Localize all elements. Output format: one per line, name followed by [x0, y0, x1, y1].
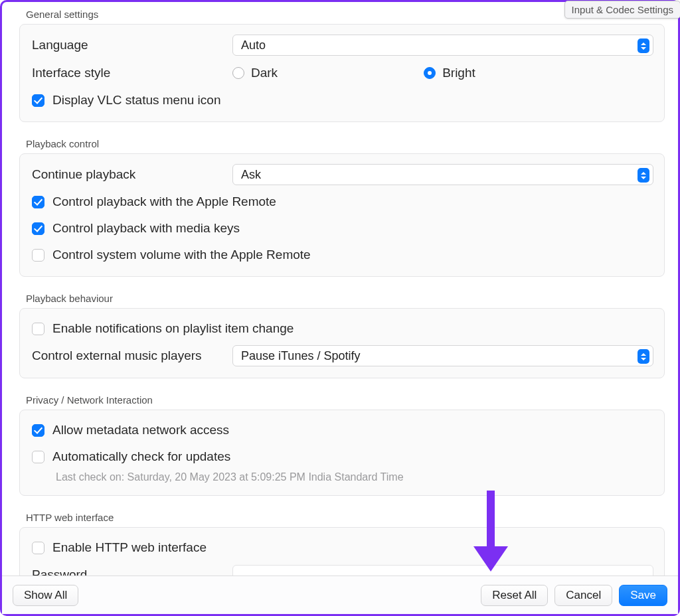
http-enable-label: Enable HTTP web interface [52, 540, 207, 555]
panel-http: Enable HTTP web interface Password [19, 527, 665, 576]
http-enable-checkbox[interactable] [32, 542, 44, 554]
footer-bar: Show All Reset All Cancel Save [2, 576, 678, 614]
language-label: Language [31, 38, 223, 52]
save-button[interactable]: Save [619, 585, 667, 606]
panel-privacy: Allow metadata network access Automatica… [19, 410, 665, 496]
section-title-playback-control: Playback control [19, 131, 665, 153]
metadata-checkbox[interactable] [32, 424, 44, 437]
updates-checkbox[interactable] [32, 451, 44, 463]
updates-label: Automatically check for updates [52, 449, 230, 464]
status-menu-checkbox[interactable] [32, 94, 44, 107]
section-title-playback-behaviour: Playback behaviour [19, 286, 665, 308]
continue-playback-label: Continue playback [31, 167, 223, 182]
radio-label-bright: Bright [442, 66, 475, 80]
settings-scroll-area: General settings Language Auto Interface… [2, 2, 678, 576]
notifications-label: Enable notifications on playlist item ch… [52, 321, 294, 336]
stepper-icon [638, 168, 649, 183]
metadata-label: Allow metadata network access [52, 423, 229, 437]
radio-icon [232, 67, 244, 79]
status-menu-label: Display VLC status menu icon [52, 93, 220, 108]
tooltip-input-codec: Input & Codec Settings [564, 1, 680, 19]
http-password-label: Password [31, 568, 223, 576]
panel-playback-behaviour: Enable notifications on playlist item ch… [19, 308, 665, 378]
stepper-icon [638, 38, 649, 53]
continue-playback-value: Ask [241, 168, 261, 182]
show-all-button[interactable]: Show All [13, 585, 78, 606]
external-players-value: Pause iTunes / Spotify [241, 349, 360, 363]
external-players-label: Control external music players [31, 348, 223, 363]
notifications-checkbox[interactable] [32, 323, 44, 335]
interface-style-label: Interface style [31, 66, 223, 80]
media-keys-checkbox[interactable] [32, 222, 44, 235]
panel-general: Language Auto Interface style Dark Brigh… [19, 24, 665, 122]
external-players-select[interactable]: Pause iTunes / Spotify [232, 345, 653, 366]
reset-all-button[interactable]: Reset All [481, 585, 548, 606]
section-title-http: HTTP web interface [19, 505, 665, 527]
apple-remote-playback-checkbox[interactable] [32, 196, 44, 208]
continue-playback-select[interactable]: Ask [232, 164, 653, 185]
stepper-icon [638, 349, 649, 364]
panel-playback-control: Continue playback Ask Control playback w… [19, 153, 665, 277]
last-check-text: Last check on: Saturday, 20 May 2023 at … [31, 470, 653, 487]
interface-style-dark-radio[interactable]: Dark [232, 66, 278, 80]
language-select-value: Auto [241, 38, 266, 52]
cancel-button[interactable]: Cancel [554, 585, 612, 606]
apple-remote-volume-label: Control system volume with the Apple Rem… [52, 248, 311, 262]
apple-remote-volume-checkbox[interactable] [32, 249, 44, 262]
language-select[interactable]: Auto [232, 35, 653, 56]
preferences-window: Input & Codec Settings General settings … [0, 0, 680, 616]
apple-remote-playback-label: Control playback with the Apple Remote [52, 194, 276, 209]
radio-label-dark: Dark [251, 66, 278, 80]
radio-icon [424, 67, 436, 79]
section-title-privacy: Privacy / Network Interaction [19, 388, 665, 410]
media-keys-label: Control playback with media keys [52, 221, 240, 236]
http-password-input[interactable] [232, 565, 653, 576]
interface-style-bright-radio[interactable]: Bright [424, 66, 475, 80]
